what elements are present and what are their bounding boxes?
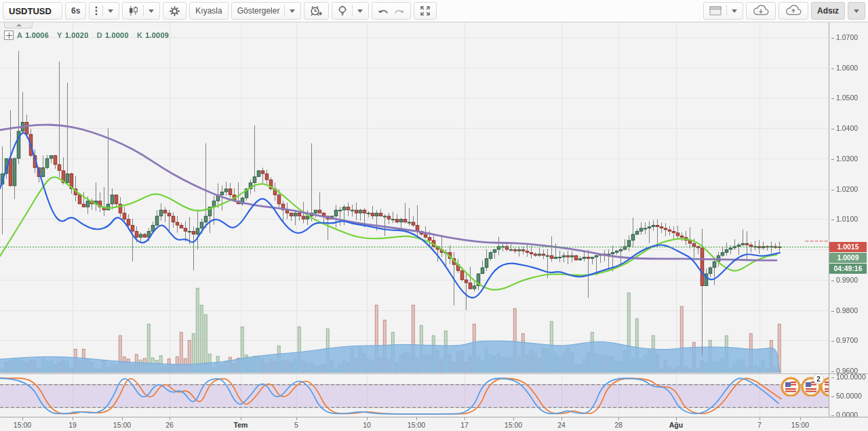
time-tick-label: 15:00 [397,421,435,429]
svg-text:2: 2 [816,375,821,383]
price-tick-label: 0.9700 [831,336,858,344]
close-value: 1.0009 [145,31,169,39]
add-alert-button[interactable] [304,2,329,20]
time-tick-label: 26 [151,421,189,429]
interval-label: 6s [71,6,80,16]
fullscreen-button[interactable] [414,2,437,20]
cloud-upload-icon [785,5,802,17]
time-tick-label: 19 [54,421,92,429]
toolbar: USDTUSD 6s Kıyasla Göstergeler [0,0,868,22]
indicators-button[interactable]: Göstergeler [231,2,302,20]
time-tick-label: 15:00 [781,421,819,429]
time-tick-label: 15:00 [3,421,41,429]
price-tick-label: 1.0600 [831,64,858,72]
price-tick-label: 1.0700 [831,33,858,41]
layout-name-label: Adsız [817,6,839,16]
gear-icon [169,5,180,17]
flag-logo-icon [782,378,800,396]
expand-arrows-icon [420,5,431,16]
price-tick-label: 50.0000 [831,392,862,400]
divider [284,5,285,16]
layout-select-button[interactable] [703,2,743,20]
time-axis[interactable]: 15:001915:0026Tem51015:001715:002428Ağu7… [0,417,868,431]
indicators-label: Göstergeler [237,6,280,16]
dots-vertical-icon [95,5,98,16]
time-tick-label: 28 [599,421,637,429]
chevron-down-icon [732,9,737,13]
price-tick-label: 1.0300 [831,155,858,163]
price-axis[interactable]: 1.0015 1.0009 04:49:16 1.07001.06001.050… [829,22,868,417]
price-chart-canvas[interactable] [0,22,829,417]
undo-icon[interactable] [378,7,389,16]
last-price-badge: 1.0015 [829,242,867,252]
chart-style-button[interactable] [122,2,160,20]
close-label: K [137,31,142,39]
low-value: 1.0000 [105,31,129,39]
high-label: Y [57,31,62,39]
layout-grid-icon [709,6,722,16]
price-tick-label: 1.0100 [831,215,858,223]
time-tick-label: 7 [741,421,778,429]
current-price-badge: 1.0009 [829,253,867,263]
candlestick-style-icon [128,5,138,16]
add-plus-icon[interactable] [4,30,14,40]
chevron-down-icon [149,9,154,13]
interval-button[interactable]: 6s [65,2,86,20]
price-tick-label: 0.9800 [831,306,858,314]
chart-properties-button[interactable] [163,2,186,20]
divider [352,5,353,16]
low-label: D [97,31,102,39]
price-tick-label: 1.0500 [831,94,858,102]
time-tick-label: 24 [542,421,580,429]
countdown-badge: 04:49:16 [829,264,867,274]
compare-button[interactable]: Kıyasla [189,2,228,20]
compare-label: Kıyasla [195,6,222,16]
symbol-logo-badges: 2 [780,353,834,396]
save-layout-button[interactable] [778,2,808,20]
ideas-button[interactable] [332,2,369,20]
time-tick-label: Ağu [657,421,695,429]
chevron-down-icon [108,9,113,13]
chart-pane: A1.0006 Y1.0020 D1.0000 K1.0009 2 [0,22,829,417]
chevron-down-icon [854,9,859,13]
chevron-down-icon [290,9,295,13]
time-tick-label: 17 [446,421,484,429]
divider [143,5,144,16]
load-layout-button[interactable] [746,2,776,20]
interval-options-button[interactable] [89,2,119,20]
count-badge: 2 [814,374,824,384]
redo-icon[interactable] [393,7,405,16]
symbol-label: USDTUSD [9,6,52,16]
price-tick-label: 1.0400 [831,124,858,132]
cloud-download-icon [752,5,770,17]
price-tick-label: 0.9900 [831,276,858,284]
time-tick-label: 10 [348,421,386,429]
time-tick-label: 15:00 [494,421,532,429]
pane-separator[interactable] [0,373,868,374]
divider [102,5,103,16]
drawing-toolbar-collapse-handle[interactable] [4,22,33,28]
open-value: 1.0006 [25,31,49,39]
time-tick-label: 5 [277,421,315,429]
price-tick-label: 1.0200 [831,185,858,193]
time-tick-label: Tem [222,421,260,429]
undo-redo-buttons[interactable] [372,2,411,20]
lightbulb-icon [338,5,347,17]
divider [726,5,727,16]
ohlc-legend: A1.0006 Y1.0020 D1.0000 K1.0009 [17,31,175,39]
chevron-down-icon [357,9,363,13]
layout-menu-button[interactable] [848,2,865,20]
symbol-button[interactable]: USDTUSD [3,2,62,20]
open-label: A [17,31,22,39]
time-tick-label: 15:00 [103,421,141,429]
layout-name-button[interactable]: Adsız [811,2,845,20]
high-value: 1.0020 [65,31,89,39]
alarm-clock-plus-icon [310,5,323,17]
